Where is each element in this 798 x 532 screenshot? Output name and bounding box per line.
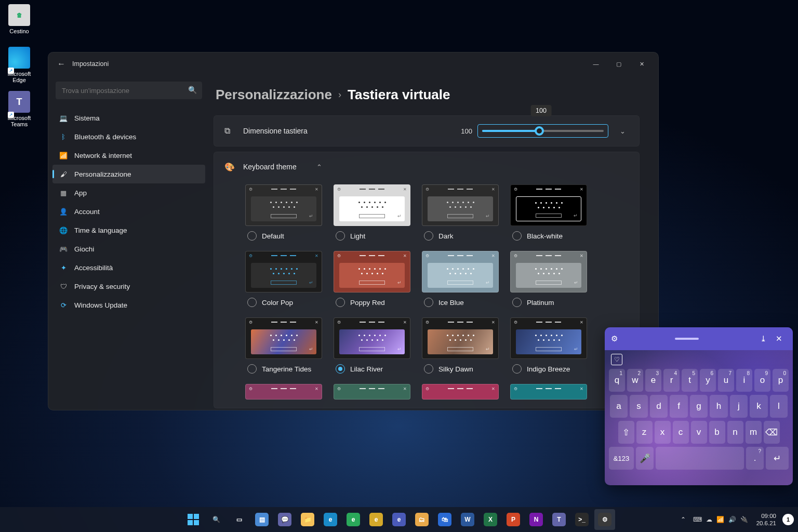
radio-button[interactable] xyxy=(247,231,257,241)
taskbar-widgets[interactable]: ▤ xyxy=(251,509,272,530)
theme-option-color-pop[interactable]: ⚙✕ ↵ Color Pop xyxy=(245,251,326,307)
taskbar-explorer[interactable]: 📁 xyxy=(297,509,318,530)
key-enter[interactable]: ↵ xyxy=(766,447,789,470)
key-q[interactable]: q1 xyxy=(609,369,625,392)
key-f[interactable]: f xyxy=(670,395,688,418)
minimize-button[interactable]: — xyxy=(584,56,607,72)
key-i[interactable]: i8 xyxy=(736,369,752,392)
theme-option-silky-dawn[interactable]: ⚙✕ ↵ Silky Dawn xyxy=(422,317,503,374)
taskbar-edge-stable[interactable]: e xyxy=(320,509,341,530)
close-button[interactable]: ✕ xyxy=(630,56,653,72)
theme-option-ice-blue[interactable]: ⚙✕ ↵ Ice Blue xyxy=(422,251,503,307)
key-e[interactable]: e3 xyxy=(645,369,661,392)
key-shift[interactable]: ⇧ xyxy=(618,421,634,444)
sidebar-item-giochi[interactable]: 🎮Giochi xyxy=(52,240,205,258)
taskbar-terminal[interactable]: >_ xyxy=(571,509,592,530)
theme-option-teal-cyan[interactable]: ⚙✕ xyxy=(510,384,591,400)
key-a[interactable]: a xyxy=(610,395,628,418)
maximize-button[interactable]: ▢ xyxy=(607,56,630,72)
key-z[interactable]: z xyxy=(636,421,653,444)
key-r[interactable]: r4 xyxy=(663,369,680,392)
key-o[interactable]: o9 xyxy=(754,369,770,392)
key-g[interactable]: g xyxy=(690,395,708,418)
desktop-icon-teams[interactable]: T ↗ Microsoft Teams xyxy=(3,91,36,127)
tray-icon[interactable]: 🔌 xyxy=(738,514,750,525)
back-button[interactable]: ← xyxy=(54,59,69,69)
theme-option-green-teal[interactable]: ⚙✕ xyxy=(334,384,415,400)
radio-button[interactable] xyxy=(512,231,522,241)
sidebar-item-app[interactable]: ▦App xyxy=(52,183,205,202)
sidebar-item-account[interactable]: 👤Account xyxy=(52,202,205,221)
desktop-icon-recycle[interactable]: 🗑 Cestino xyxy=(3,4,36,34)
radio-button[interactable] xyxy=(247,298,257,307)
taskbar-edge-canary[interactable]: e xyxy=(366,509,387,530)
theme-option-dark[interactable]: ⚙✕ ↵ Dark xyxy=(422,184,503,241)
radio-button[interactable] xyxy=(336,231,345,241)
radio-button[interactable] xyxy=(512,298,522,307)
collapse-chevron-icon[interactable]: ⌃ xyxy=(313,160,325,174)
key-m[interactable]: m xyxy=(746,421,762,444)
theme-option-indigo-breeze[interactable]: ⚙✕ ↵ Indigo Breeze xyxy=(510,317,591,374)
keyboard-close-button[interactable]: ✕ xyxy=(771,334,787,343)
taskbar-edge-beta[interactable]: e xyxy=(389,509,409,530)
tray-icon[interactable]: ⌨ xyxy=(691,514,704,525)
keyboard-dock-button[interactable]: ⤓ xyxy=(755,334,771,343)
radio-button[interactable] xyxy=(247,364,257,374)
sidebar-item-time-language[interactable]: 🌐Time & language xyxy=(52,221,205,240)
keyboard-drag-handle[interactable] xyxy=(618,338,755,340)
key-backspace[interactable]: ⌫ xyxy=(764,421,780,444)
theme-option-tangerine-tides[interactable]: ⚙✕ ↵ Tangerine Tides xyxy=(245,317,326,374)
sidebar-item-windows-update[interactable]: ⟳Windows Update xyxy=(52,296,205,314)
search-input[interactable] xyxy=(56,82,202,99)
keyboard-size-slider[interactable]: 100 xyxy=(477,124,608,138)
taskbar-start[interactable] xyxy=(183,509,204,530)
key-s[interactable]: s xyxy=(630,395,648,418)
breadcrumb-parent[interactable]: Personalizzazione xyxy=(216,87,332,103)
taskbar-excel[interactable]: X xyxy=(480,509,501,530)
sidebar-item-network-internet[interactable]: 📶Network & internet xyxy=(52,146,205,165)
key-d[interactable]: d xyxy=(650,395,668,418)
key-x[interactable]: x xyxy=(655,421,671,444)
sidebar-item-personalizzazione[interactable]: 🖌Personalizzazione xyxy=(52,165,205,183)
taskbar-word[interactable]: W xyxy=(457,509,478,530)
radio-button[interactable] xyxy=(336,298,345,307)
taskbar-powerpoint[interactable]: P xyxy=(503,509,524,530)
sidebar-item-privacy-security[interactable]: 🛡Privacy & security xyxy=(52,277,205,296)
desktop-icon-edge[interactable]: ↗ Microsoft Edge xyxy=(3,47,36,83)
key-punct[interactable]: ?. xyxy=(746,447,764,470)
key-symbols[interactable]: &123 xyxy=(609,447,634,470)
taskbar-onenote[interactable]: N xyxy=(526,509,547,530)
key-t[interactable]: t5 xyxy=(682,369,698,392)
sidebar-item-bluetooth-devices[interactable]: ᛒBluetooth & devices xyxy=(52,127,205,146)
taskbar-edge-dev[interactable]: e xyxy=(343,509,364,530)
theme-option-poppy-red[interactable]: ⚙✕ ↵ Poppy Red xyxy=(334,251,415,307)
key-n[interactable]: n xyxy=(727,421,743,444)
radio-button[interactable] xyxy=(512,364,522,374)
expand-chevron-icon[interactable]: ⌄ xyxy=(617,124,629,138)
taskbar-chat[interactable]: 💬 xyxy=(274,509,295,530)
taskbar-store[interactable]: 🛍 xyxy=(434,509,455,530)
theme-option-pink-orange[interactable]: ⚙✕ xyxy=(245,384,326,400)
theme-option-lilac-river[interactable]: ⚙✕ ↵ Lilac River xyxy=(334,317,415,374)
theme-option-pink-red[interactable]: ⚙✕ xyxy=(422,384,503,400)
taskbar-settings[interactable]: ⚙ xyxy=(594,509,615,530)
key-k[interactable]: k xyxy=(750,395,768,418)
notification-badge[interactable]: 1 xyxy=(782,514,794,525)
tray-icon[interactable]: ☁ xyxy=(704,514,714,525)
key-y[interactable]: y6 xyxy=(700,369,716,392)
key-h[interactable]: h xyxy=(710,395,728,418)
tray-icon[interactable]: 📶 xyxy=(714,514,726,525)
tray-show-hidden[interactable]: ⌃ xyxy=(679,514,688,525)
key-c[interactable]: c xyxy=(673,421,689,444)
key-w[interactable]: w2 xyxy=(627,369,643,392)
theme-option-light[interactable]: ⚙✕ ↵ Light xyxy=(334,184,415,241)
key-j[interactable]: j xyxy=(730,395,748,418)
taskbar-clock[interactable]: 09:00 20.6.21 xyxy=(753,512,779,527)
radio-button[interactable] xyxy=(336,364,345,374)
theme-option-platinum[interactable]: ⚙✕ ↵ Platinum xyxy=(510,251,591,307)
key-l[interactable]: l xyxy=(770,395,788,418)
sidebar-item-accessibilit-[interactable]: ✦Accessibilità xyxy=(52,258,205,277)
theme-option-default[interactable]: ⚙✕ ↵ Default xyxy=(245,184,326,241)
radio-button[interactable] xyxy=(424,364,433,374)
key-u[interactable]: u7 xyxy=(718,369,734,392)
